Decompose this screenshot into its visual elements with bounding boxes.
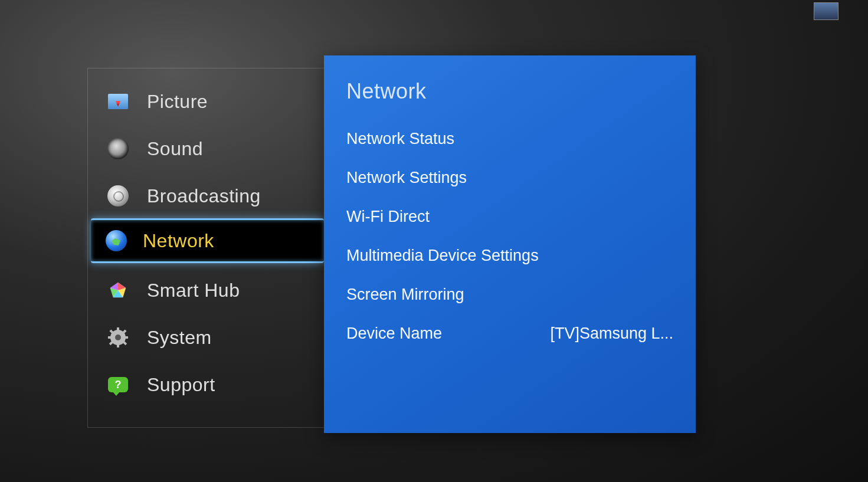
sidebar-item-broadcasting[interactable]: Broadcasting — [88, 172, 318, 219]
network-icon — [104, 228, 129, 253]
sound-icon — [106, 136, 130, 161]
panel-item-network-status[interactable]: Network Status — [324, 119, 696, 158]
sidebar-item-label: Sound — [147, 138, 203, 160]
smarthub-icon — [106, 278, 130, 303]
panel-item-value: [TV]Samsung L... — [550, 324, 673, 343]
system-icon — [106, 325, 130, 350]
network-panel: Network Network Status Network Settings … — [324, 55, 696, 433]
sidebar-item-sound[interactable]: Sound — [88, 125, 318, 172]
sidebar-item-label: System — [147, 327, 212, 349]
sidebar-item-smarthub[interactable]: Smart Hub — [88, 267, 318, 314]
svg-rect-8 — [117, 327, 119, 332]
panel-item-label: Wi-Fi Direct — [346, 208, 430, 226]
panel-item-wifi-direct[interactable]: Wi-Fi Direct — [324, 197, 696, 236]
panel-title: Network — [324, 55, 696, 119]
panel-item-multimedia-device-settings[interactable]: Multimedia Device Settings — [324, 236, 696, 275]
sidebar-item-support[interactable]: Support — [88, 361, 318, 408]
panel-item-label: Multimedia Device Settings — [346, 247, 539, 265]
panel-item-network-settings[interactable]: Network Settings — [324, 158, 696, 197]
sidebar-item-label: Support — [147, 374, 215, 396]
sidebar-item-network[interactable]: Network — [91, 218, 324, 263]
panel-item-label: Device Name — [346, 324, 442, 343]
support-icon — [106, 372, 130, 397]
panel-item-label: Network Status — [346, 130, 454, 148]
sidebar-item-system[interactable]: System — [88, 314, 318, 361]
sidebar-item-picture[interactable]: Picture — [88, 78, 318, 125]
sidebar-item-label: Network — [143, 230, 214, 252]
panel-item-label: Network Settings — [346, 169, 467, 187]
broadcasting-icon — [106, 183, 130, 208]
sidebar-item-label: Smart Hub — [147, 280, 240, 301]
picture-icon — [106, 89, 130, 114]
svg-rect-10 — [108, 336, 112, 339]
source-thumbnail — [814, 2, 838, 20]
svg-point-7 — [115, 335, 121, 340]
panel-item-screen-mirroring[interactable]: Screen Mirroring — [324, 275, 696, 314]
sidebar-item-label: Picture — [147, 91, 208, 113]
panel-item-label: Screen Mirroring — [346, 286, 464, 304]
panel-item-device-name[interactable]: Device Name [TV]Samsung L... — [324, 314, 696, 353]
svg-rect-9 — [117, 343, 119, 347]
svg-rect-11 — [124, 336, 128, 339]
sidebar-item-label: Broadcasting — [147, 185, 261, 207]
